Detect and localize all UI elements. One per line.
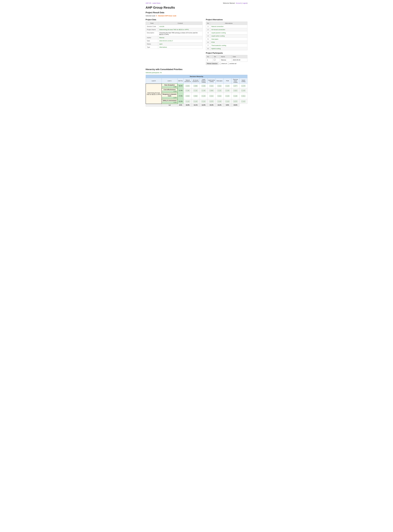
alt-name: Air-forced convection	[210, 28, 247, 31]
main-content: Project Data Field Content Session Coder…	[146, 19, 247, 65]
alternatives-col-header: Alternatives	[210, 22, 247, 25]
project-content: Nkerwa	[158, 36, 202, 39]
alt-value: 0.161	[208, 84, 216, 88]
check-all-label[interactable]: check all	[220, 63, 227, 65]
alt6-header: PCM	[223, 78, 231, 84]
alt-name: Liquid passive cooling	[210, 31, 247, 35]
p-no: 1	[206, 58, 213, 62]
check-all-checkbox[interactable]	[220, 63, 221, 65]
p-sel[interactable]	[213, 58, 220, 62]
alt-no: 2	[206, 28, 210, 31]
level0-cell: Determining the best TMS for BESS in VPP…	[146, 84, 162, 104]
refresh-selection-button[interactable]: Refresh Selection	[206, 62, 219, 65]
totals-value: 8.5%	[177, 104, 184, 106]
totals-value: 15.0%	[208, 104, 216, 106]
alt-name: Heat pipes	[210, 38, 247, 41]
latest-news-link[interactable]: Latest News	[152, 2, 161, 4]
alt-name: PCM	[210, 41, 247, 44]
uncheck-all-text: uncheck all	[230, 63, 236, 65]
level1-cell: Heat dissipation0.366	[162, 84, 178, 88]
level0-header: Level 0	[146, 78, 162, 84]
project-field: Type	[146, 46, 158, 49]
totals-value: 10.8%	[184, 104, 192, 106]
alt-value: 0.155	[200, 84, 207, 88]
alt-value: 0.143	[239, 99, 247, 104]
alternatives-table: No Alternatives 1Natural convection2Air-…	[206, 22, 247, 50]
top-nav-left: AHP-OS Latest News	[146, 2, 160, 4]
field-col-header: Field	[146, 22, 158, 25]
scale-value: 0 - Standard AHP linear scale	[156, 15, 176, 17]
alt-no: 1	[206, 25, 210, 28]
project-content: 2024-05-03 13:30:17	[158, 39, 202, 42]
p-name-header: Name	[220, 55, 231, 58]
totals-value: 9.0%	[223, 104, 231, 106]
project-content: rumu3e	[158, 25, 202, 28]
project-field: Description	[146, 31, 158, 36]
alt-value: 0.143	[223, 99, 231, 104]
alt-value: 0.042	[184, 93, 192, 99]
alt3-header: Liquid passive cooling	[200, 78, 207, 84]
glb-header: Glb Prio.	[177, 78, 184, 84]
participants-value: All	[160, 72, 162, 74]
hierarchy-heading: Hierarchy with Consolidated Priorities	[146, 68, 247, 71]
ahp-os-link[interactable]: AHP-OS	[146, 2, 151, 4]
p-name: Nkerwa	[220, 58, 231, 62]
alternatives-heading: Project Alternatives	[206, 19, 247, 21]
alt-value: 0.149	[200, 88, 207, 93]
selected-participants: Selected participants: All	[146, 72, 247, 74]
alt-value: 0.151	[208, 93, 216, 99]
alt2-header: Air-forced convecti on	[192, 78, 200, 84]
alt-name: Thermoelectric cooling	[210, 44, 247, 47]
project-content: Determining the best TMS for BESS in VPP…	[158, 28, 202, 31]
alt-value: 0.043	[184, 84, 192, 88]
alt-no: 3	[206, 31, 210, 35]
totals-value: 14.2%	[216, 104, 223, 106]
no-col-header: No	[206, 22, 210, 25]
right-panel: Project Alternatives No Alternatives 1Na…	[206, 19, 247, 65]
project-content: Choosing the best TMS among a choice of …	[158, 31, 202, 36]
alt-no: 5	[206, 38, 210, 41]
alt-value: 0.196	[184, 88, 192, 93]
alt-value: 0.170	[239, 84, 247, 88]
p-no-header: No	[206, 55, 213, 58]
alt-no: 8	[206, 47, 210, 50]
project-field: Date	[146, 39, 158, 42]
project-field: Status	[146, 42, 158, 46]
alt-value: 0.143	[216, 99, 223, 104]
account-link[interactable]: Account	[236, 2, 241, 4]
participants-heading: Project Participants	[206, 52, 247, 54]
alt-value: 0.149	[223, 88, 231, 93]
alt-value: 0.146	[231, 93, 239, 99]
level1-cell: Safety & environment0.233	[162, 99, 178, 104]
alt8-header: Hybrid cooling	[239, 78, 247, 84]
alt-value: 0.077	[231, 84, 239, 88]
alt1-header: Natural convecti on	[184, 78, 192, 84]
project-data-table: Field Content Session Coderumu3eProject …	[146, 22, 202, 49]
alt-value: 0.069	[208, 88, 216, 93]
alt-value: 0.132	[216, 88, 223, 93]
project-content: Alternatives	[158, 46, 202, 49]
check-all-text: check all	[221, 63, 227, 65]
totals-label-l0	[146, 104, 162, 106]
alt-no: 6	[206, 41, 210, 44]
glb-cell: 12.4%	[177, 88, 184, 93]
welcome-text: Welcome Nkerwa!	[223, 2, 235, 4]
p-sel-header: Sel	[213, 55, 220, 58]
totals-value: 12.8%	[200, 104, 207, 106]
alt-value: 0.079	[208, 99, 216, 104]
alt-value: 0.132	[192, 88, 200, 93]
page-title: AHP Group Results	[146, 6, 247, 9]
project-field: Session Code	[146, 25, 158, 28]
level1-header: Level 1	[162, 78, 178, 84]
alt-value: 0.124	[200, 99, 207, 104]
logout-link[interactable]: Logout	[242, 2, 247, 4]
project-content: open	[158, 42, 202, 46]
uncheck-all-label[interactable]: uncheck all	[228, 63, 236, 65]
top-nav-right: Welcome Nkerwa! Account (Logout)	[223, 2, 247, 4]
participants-table: No Sel Name Date 1 Nkerwa 2024-05-04	[206, 55, 247, 62]
alt-value: 0.149	[239, 88, 247, 93]
alt-value: 0.143	[192, 99, 200, 104]
decision-hierarchy-table: Decision Hierarchy Level 0 Level 1 Glb P…	[146, 75, 247, 106]
project-field: Project Name	[146, 28, 158, 31]
uncheck-all-checkbox[interactable]	[228, 63, 229, 65]
